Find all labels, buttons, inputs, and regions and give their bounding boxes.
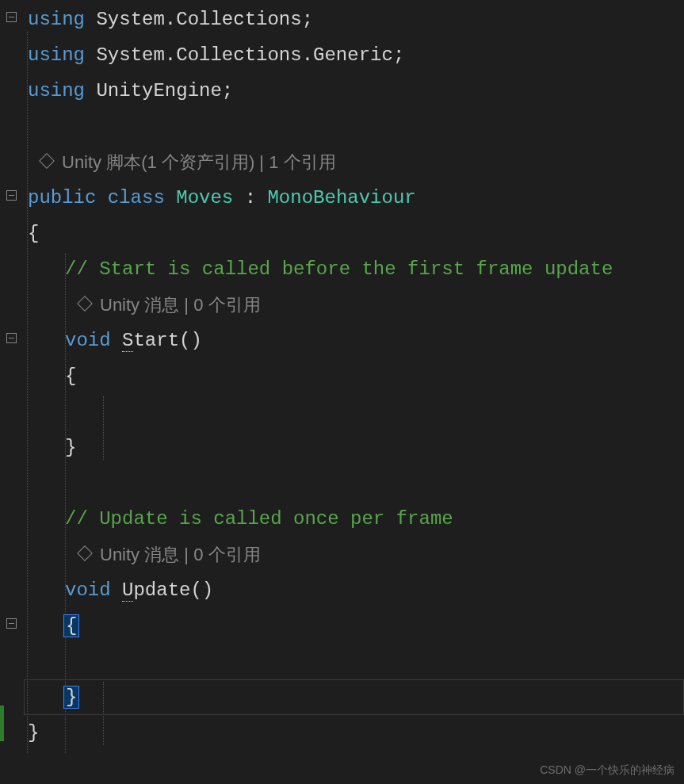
code-content[interactable]: using System.Collections; using System.C…: [24, 0, 684, 784]
codelens[interactable]: Unity 脚本(1 个资产引用) | 1 个引用: [24, 144, 684, 180]
change-marker: [0, 706, 4, 741]
parens: (): [179, 330, 202, 351]
code-line[interactable]: }: [24, 715, 684, 751]
keyword: void: [65, 330, 111, 351]
method-name: Update: [111, 579, 191, 601]
brace: {: [28, 223, 39, 244]
colon: :: [233, 187, 267, 208]
code-line[interactable]: using System.Collections.Generic;: [24, 37, 684, 73]
parens: (): [190, 579, 213, 601]
code-line[interactable]: {: [24, 216, 684, 251]
namespace: UnityEngine;: [85, 80, 233, 101]
unity-icon: [39, 153, 55, 169]
code-line[interactable]: using System.Collections;: [24, 2, 684, 37]
code-line[interactable]: }: [24, 430, 684, 465]
keyword: using: [28, 9, 85, 30]
keyword: public class: [28, 187, 165, 208]
fold-toggle[interactable]: [6, 12, 17, 22]
keyword: using: [28, 44, 85, 66]
code-line[interactable]: [24, 465, 684, 501]
fold-toggle[interactable]: [6, 190, 17, 201]
code-line[interactable]: [24, 644, 684, 679]
fold-toggle[interactable]: [6, 618, 17, 629]
comment: // Update is called once per frame: [65, 508, 453, 530]
code-line[interactable]: public class Moves : MonoBehaviour: [24, 180, 684, 216]
brace-matched: {: [63, 614, 79, 637]
code-line[interactable]: [24, 394, 684, 430]
code-line[interactable]: {: [24, 608, 684, 644]
comment: // Start is called before the first fram…: [65, 258, 613, 280]
brace: {: [65, 365, 76, 387]
brace: }: [28, 722, 39, 744]
keyword: using: [28, 80, 85, 101]
unity-icon: [77, 296, 93, 312]
class-name: Moves: [165, 187, 233, 208]
namespace: System.Collections.Generic;: [85, 44, 404, 66]
code-editor[interactable]: using System.Collections; using System.C…: [0, 0, 684, 784]
code-line[interactable]: // Start is called before the first fram…: [24, 251, 684, 287]
codelens-text: Unity 消息 | 0 个引用: [100, 543, 261, 567]
base-class: MonoBehaviour: [267, 187, 415, 208]
fold-gutter: [0, 0, 24, 784]
codelens[interactable]: Unity 消息 | 0 个引用: [24, 537, 684, 572]
code-line[interactable]: void Update(): [24, 572, 684, 608]
codelens-text: Unity 脚本(1 个资产引用) | 1 个引用: [62, 151, 336, 174]
current-line-highlight: [24, 679, 684, 715]
brace-matched: }: [63, 686, 79, 709]
brace: }: [65, 437, 76, 458]
unity-icon: [77, 545, 93, 561]
keyword: void: [65, 579, 111, 601]
watermark: CSDN @一个快乐的神经病: [540, 763, 674, 778]
codelens[interactable]: Unity 消息 | 0 个引用: [24, 287, 684, 323]
code-line[interactable]: }: [24, 679, 684, 715]
method-name: Start: [111, 330, 179, 351]
code-line[interactable]: // Update is called once per frame: [24, 501, 684, 537]
fold-toggle[interactable]: [6, 333, 17, 343]
codelens-text: Unity 消息 | 0 个引用: [100, 293, 261, 317]
code-line[interactable]: void Start(): [24, 323, 684, 358]
code-line[interactable]: [24, 109, 684, 144]
code-line[interactable]: using UnityEngine;: [24, 73, 684, 109]
code-line[interactable]: {: [24, 358, 684, 394]
namespace: System.Collections;: [85, 9, 313, 30]
